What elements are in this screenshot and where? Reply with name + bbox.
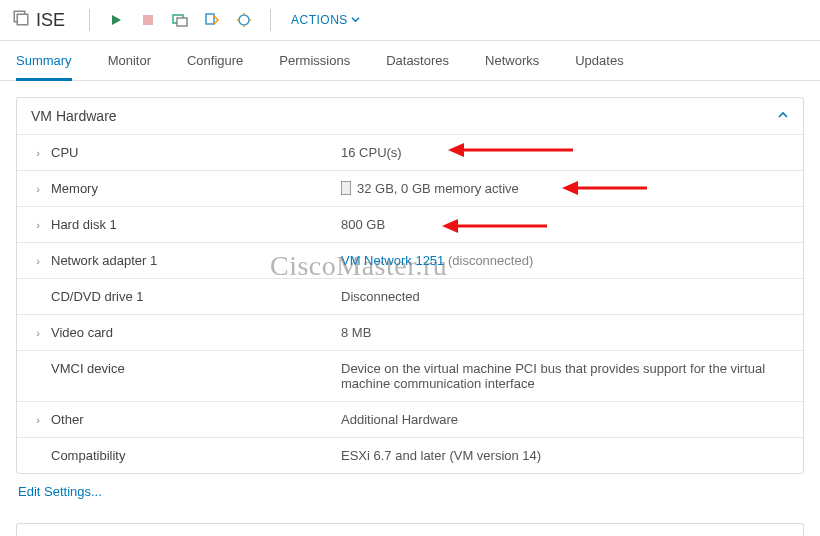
value: Device on the virtual machine PCI bus th… xyxy=(327,351,803,402)
row-network-adapter[interactable]: ›Network adapter 1 VM Network 1251 (disc… xyxy=(17,243,803,279)
snapshot-icon[interactable] xyxy=(232,8,256,32)
tab-bar: Summary Monitor Configure Permissions Da… xyxy=(0,41,820,81)
label: Hard disk 1 xyxy=(51,217,117,232)
value: 8 MB xyxy=(327,315,803,351)
svg-point-7 xyxy=(239,15,249,25)
label: VMCI device xyxy=(51,361,125,376)
label: Video card xyxy=(51,325,113,340)
separator xyxy=(89,9,90,31)
row-cpu[interactable]: ›CPU 16 CPU(s) xyxy=(17,135,803,171)
actions-label: ACTIONS xyxy=(291,13,348,27)
power-off-icon[interactable] xyxy=(136,8,160,32)
label: Other xyxy=(51,412,84,427)
power-on-icon[interactable] xyxy=(104,8,128,32)
chevron-right-icon: › xyxy=(31,219,45,231)
vm-hardware-panel: VM Hardware ›CPU 16 CPU(s) ›Memory 32 GB… xyxy=(16,97,804,474)
label: Memory xyxy=(51,181,98,196)
vm-title: ISE xyxy=(12,9,65,32)
chevron-right-icon: › xyxy=(31,183,45,195)
value: ESXi 6.7 and later (VM version 14) xyxy=(327,438,803,474)
separator xyxy=(270,9,271,31)
tab-summary[interactable]: Summary xyxy=(16,41,72,80)
label: Network adapter 1 xyxy=(51,253,157,268)
panel-header[interactable]: VM Hardware xyxy=(17,98,803,134)
svg-rect-1 xyxy=(17,14,28,25)
value: Additional Hardware xyxy=(327,402,803,438)
value: Disconnected xyxy=(327,279,803,315)
chevron-right-icon: › xyxy=(31,147,45,159)
edit-settings-icon[interactable] xyxy=(200,8,224,32)
tab-datastores[interactable]: Datastores xyxy=(386,41,449,80)
label: CPU xyxy=(51,145,78,160)
vm-icon xyxy=(12,9,30,32)
chevron-right-icon: › xyxy=(31,327,45,339)
network-status: (disconnected) xyxy=(444,253,533,268)
row-vmci: VMCI device Device on the virtual machin… xyxy=(17,351,803,402)
svg-marker-2 xyxy=(112,15,121,25)
hardware-table: ›CPU 16 CPU(s) ›Memory 32 GB, 0 GB memor… xyxy=(17,134,803,473)
actions-menu[interactable]: ACTIONS xyxy=(291,13,360,27)
svg-rect-5 xyxy=(177,18,187,26)
edit-settings-link[interactable]: Edit Settings... xyxy=(16,474,104,503)
launch-console-icon[interactable] xyxy=(168,8,192,32)
value: 800 GB xyxy=(327,207,803,243)
svg-rect-6 xyxy=(206,14,214,24)
value: 32 GB, 0 GB memory active xyxy=(357,181,519,196)
row-cddvd: CD/DVD drive 1 Disconnected xyxy=(17,279,803,315)
row-other[interactable]: ›Other Additional Hardware xyxy=(17,402,803,438)
tab-permissions[interactable]: Permissions xyxy=(279,41,350,80)
chevron-right-icon: › xyxy=(31,255,45,267)
next-panel-top xyxy=(16,523,804,536)
label: CD/DVD drive 1 xyxy=(51,289,143,304)
network-link[interactable]: VM Network 1251 xyxy=(341,253,444,268)
vm-name: ISE xyxy=(36,10,65,31)
svg-rect-3 xyxy=(143,15,153,25)
chevron-right-icon: › xyxy=(31,414,45,426)
chevron-down-icon xyxy=(351,13,360,27)
row-hard-disk[interactable]: ›Hard disk 1 800 GB xyxy=(17,207,803,243)
row-memory[interactable]: ›Memory 32 GB, 0 GB memory active xyxy=(17,171,803,207)
memory-icon xyxy=(341,181,351,195)
row-compatibility: Compatibility ESXi 6.7 and later (VM ver… xyxy=(17,438,803,474)
panel-title: VM Hardware xyxy=(31,108,117,124)
tab-updates[interactable]: Updates xyxy=(575,41,623,80)
label: Compatibility xyxy=(51,448,125,463)
chevron-up-icon xyxy=(777,108,789,124)
row-video-card[interactable]: ›Video card 8 MB xyxy=(17,315,803,351)
tab-configure[interactable]: Configure xyxy=(187,41,243,80)
tab-networks[interactable]: Networks xyxy=(485,41,539,80)
tab-monitor[interactable]: Monitor xyxy=(108,41,151,80)
value: 16 CPU(s) xyxy=(327,135,803,171)
